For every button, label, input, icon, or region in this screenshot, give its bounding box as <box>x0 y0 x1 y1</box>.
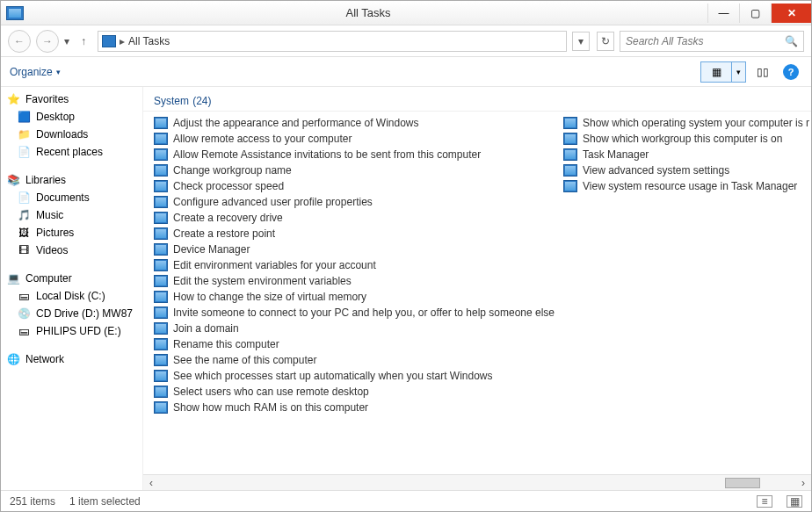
scroll-left-icon[interactable]: ‹ <box>143 477 159 489</box>
recent-locations-drop[interactable]: ▾ <box>64 35 69 47</box>
address-icon <box>102 35 116 47</box>
task-item[interactable]: See the name of this computer <box>143 352 553 368</box>
computer-item-icon: 🖴 <box>17 289 31 303</box>
task-item[interactable]: Task Manager <box>553 147 811 162</box>
organize-menu[interactable]: Organize ▾ <box>10 66 61 78</box>
sidebar-item-label: Downloads <box>36 128 88 141</box>
forward-button[interactable]: → <box>36 30 59 53</box>
search-box[interactable]: 🔍 <box>620 31 804 52</box>
task-item[interactable]: Rename this computer <box>143 336 553 352</box>
refresh-button[interactable]: ↻ <box>597 32 614 51</box>
minimize-button[interactable]: — <box>707 4 739 23</box>
scroll-track[interactable] <box>159 477 795 489</box>
task-item[interactable]: Join a domain <box>143 321 553 336</box>
task-item[interactable]: Device Manager <box>143 242 553 257</box>
sidebar-item-computer-0[interactable]: 🖴Local Disk (C:) <box>1 287 142 305</box>
sidebar-item-libraries-2[interactable]: 🖼Pictures <box>1 224 142 242</box>
sidebar-item-libraries-0[interactable]: 📄Documents <box>1 189 142 206</box>
up-button[interactable]: ↑ <box>75 32 92 50</box>
task-item[interactable]: View advanced system settings <box>553 162 811 178</box>
horizontal-scrollbar[interactable]: ‹ › <box>143 474 811 490</box>
close-button[interactable]: ✕ <box>771 4 811 23</box>
view-drop[interactable]: ▾ <box>732 61 746 83</box>
sidebar-item-computer-2[interactable]: 🖴PHILIPS UFD (E:) <box>1 322 142 340</box>
task-item[interactable]: Create a restore point <box>143 226 553 242</box>
control-panel-icon <box>154 338 168 350</box>
libraries-icon: 📚 <box>6 173 20 187</box>
task-item[interactable]: Select users who can use remote desktop <box>143 384 553 400</box>
breadcrumb[interactable]: All Tasks <box>128 35 562 47</box>
task-item[interactable]: View system resource usage in Task Manag… <box>553 178 811 194</box>
libraries-item-icon: 📄 <box>17 191 31 205</box>
address-bar[interactable]: ▸ All Tasks <box>98 31 567 52</box>
task-item[interactable]: Show which workgroup this computer is on <box>553 131 811 147</box>
task-item[interactable]: Configure advanced user profile properti… <box>143 194 553 210</box>
sidebar-item-favorites-1[interactable]: 📁Downloads <box>1 126 142 143</box>
status-item-count: 251 items <box>10 495 55 508</box>
task-item[interactable]: Adjust the appearance and performance of… <box>143 115 553 131</box>
status-bar: 251 items 1 item selected ≡ ▦ <box>1 490 811 511</box>
sidebar-item-label: CD Drive (D:) MW87 <box>36 307 133 320</box>
content-area: ⭐Favorites 🟦Desktop📁Downloads📄Recent pla… <box>1 87 811 490</box>
sidebar-favorites-header[interactable]: ⭐Favorites <box>1 90 142 108</box>
task-item[interactable]: Check processor speed <box>143 178 553 194</box>
search-icon[interactable]: 🔍 <box>785 35 798 47</box>
favorites-item-icon: 📄 <box>17 145 31 159</box>
task-item[interactable]: See which processes start up automatical… <box>143 368 553 384</box>
help-icon: ? <box>783 64 799 80</box>
help-button[interactable]: ? <box>779 61 802 83</box>
scroll-right-icon[interactable]: › <box>795 477 811 489</box>
task-item[interactable]: Show which operating system your compute… <box>553 115 811 131</box>
sidebar-network-header[interactable]: 🌐Network <box>1 350 142 368</box>
task-item[interactable]: Edit environment variables for your acco… <box>143 257 553 273</box>
category-header[interactable]: System (24) <box>143 87 811 112</box>
computer-item-icon: 💿 <box>17 306 31 321</box>
control-panel-icon <box>563 133 577 145</box>
scroll-thumb[interactable] <box>725 478 760 488</box>
task-item[interactable]: Invite someone to connect to your PC and… <box>143 305 553 321</box>
control-panel-icon <box>154 212 168 224</box>
maximize-button[interactable]: ▢ <box>739 4 771 23</box>
back-button[interactable]: ← <box>8 30 31 53</box>
task-label: See the name of this computer <box>173 354 316 366</box>
address-drop[interactable]: ▾ <box>572 32 590 51</box>
icons-view-button[interactable]: ▦ <box>787 495 802 508</box>
control-panel-icon <box>154 322 168 335</box>
task-item[interactable]: Change workgroup name <box>143 162 553 178</box>
sidebar-item-favorites-2[interactable]: 📄Recent places <box>1 143 142 161</box>
sidebar-item-libraries-3[interactable]: 🎞Videos <box>1 242 142 259</box>
task-label: Edit the system environment variables <box>173 275 352 287</box>
sidebar-item-label: PHILIPS UFD (E:) <box>36 325 121 337</box>
task-label: Configure advanced user profile properti… <box>173 196 373 208</box>
task-column-1: Adjust the appearance and performance of… <box>143 115 553 471</box>
task-label: Change workgroup name <box>173 164 292 177</box>
view-button[interactable]: ▦ <box>700 61 732 83</box>
sidebar-computer-header[interactable]: 💻Computer <box>1 270 142 287</box>
control-panel-icon <box>154 401 168 414</box>
status-selection: 1 item selected <box>69 495 141 508</box>
task-label: Allow remote access to your computer <box>173 133 352 145</box>
task-label: Show which operating system your compute… <box>583 117 809 129</box>
preview-pane-button[interactable]: ▯▯ <box>751 61 774 83</box>
search-input[interactable] <box>626 35 785 47</box>
sidebar-item-label: Pictures <box>36 227 74 239</box>
sidebar-item-label: Documents <box>36 191 90 204</box>
sidebar-libraries-header[interactable]: 📚Libraries <box>1 171 142 189</box>
sidebar-item-computer-1[interactable]: 💿CD Drive (D:) MW87 <box>1 305 142 322</box>
details-view-button[interactable]: ≡ <box>757 495 772 508</box>
task-item[interactable]: Allow remote access to your computer <box>143 131 553 147</box>
sidebar-item-favorites-0[interactable]: 🟦Desktop <box>1 108 142 126</box>
task-item[interactable]: Create a recovery drive <box>143 210 553 226</box>
control-panel-icon <box>563 164 577 177</box>
title-bar: All Tasks — ▢ ✕ <box>1 1 811 25</box>
task-label: Allow Remote Assistance invitations to b… <box>173 148 481 161</box>
chevron-down-icon: ▾ <box>736 68 741 76</box>
control-panel-icon <box>154 291 168 303</box>
sidebar-item-libraries-1[interactable]: 🎵Music <box>1 206 142 224</box>
task-item[interactable]: Allow Remote Assistance invitations to b… <box>143 147 553 162</box>
task-item[interactable]: Edit the system environment variables <box>143 273 553 289</box>
nav-bar: ← → ▾ ↑ ▸ All Tasks ▾ ↻ 🔍 <box>1 25 811 57</box>
task-item[interactable]: How to change the size of virtual memory <box>143 289 553 305</box>
task-item[interactable]: Show how much RAM is on this computer <box>143 400 553 415</box>
task-label: Join a domain <box>173 322 239 335</box>
